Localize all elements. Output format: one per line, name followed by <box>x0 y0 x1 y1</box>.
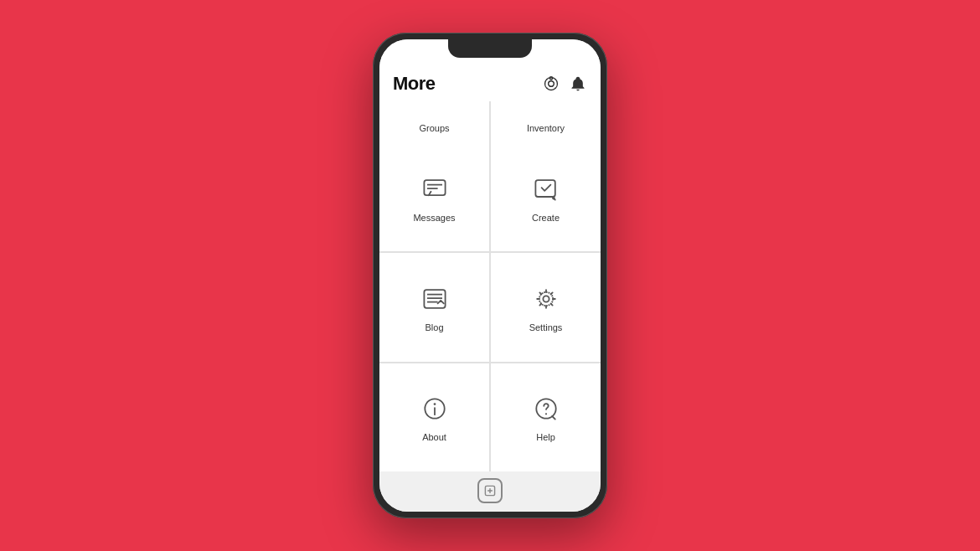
groups-label: Groups <box>419 123 449 133</box>
settings-icon <box>529 282 563 316</box>
svg-rect-2 <box>424 180 445 195</box>
svg-point-6 <box>543 296 549 301</box>
phone-frame: More <box>373 33 607 518</box>
about-label: About <box>422 432 446 442</box>
menu-item-messages[interactable]: Messages <box>379 143 489 251</box>
svg-rect-3 <box>535 180 554 197</box>
inventory-label: Inventory <box>527 123 565 133</box>
svg-point-4 <box>553 198 554 199</box>
notch-area <box>379 39 601 70</box>
top-row: Groups Inventory <box>379 101 601 143</box>
home-indicator <box>379 471 601 512</box>
svg-point-12 <box>544 414 546 415</box>
svg-point-10 <box>433 404 436 406</box>
about-icon <box>418 392 451 425</box>
help-icon <box>529 392 563 425</box>
help-label: Help <box>536 432 555 442</box>
create-label: Create <box>532 213 560 223</box>
menu-item-help[interactable]: Help <box>491 363 601 471</box>
blog-icon <box>418 282 451 316</box>
menu-item-blog[interactable]: Blog <box>379 253 489 361</box>
app-header: More <box>379 70 601 101</box>
menu-item-groups[interactable]: Groups <box>379 101 489 143</box>
notch <box>448 39 532 58</box>
menu-grid: Messages Create <box>379 143 601 471</box>
phone-screen: More <box>379 39 601 512</box>
page-title: More <box>393 73 436 95</box>
bell-icon[interactable] <box>569 75 587 93</box>
header-icons <box>542 75 587 93</box>
settings-label: Settings <box>529 322 563 332</box>
messages-icon <box>418 173 451 206</box>
menu-item-about[interactable]: About <box>379 363 489 471</box>
menu-item-create[interactable]: Create <box>491 143 601 251</box>
blog-label: Blog <box>425 322 443 332</box>
menu-item-settings[interactable]: Settings <box>491 253 601 361</box>
messages-label: Messages <box>413 213 455 223</box>
create-icon <box>529 173 563 206</box>
home-button-icon[interactable] <box>477 478 503 503</box>
camera-icon[interactable] <box>542 75 560 93</box>
svg-point-0 <box>549 81 554 87</box>
menu-item-inventory[interactable]: Inventory <box>491 101 601 143</box>
